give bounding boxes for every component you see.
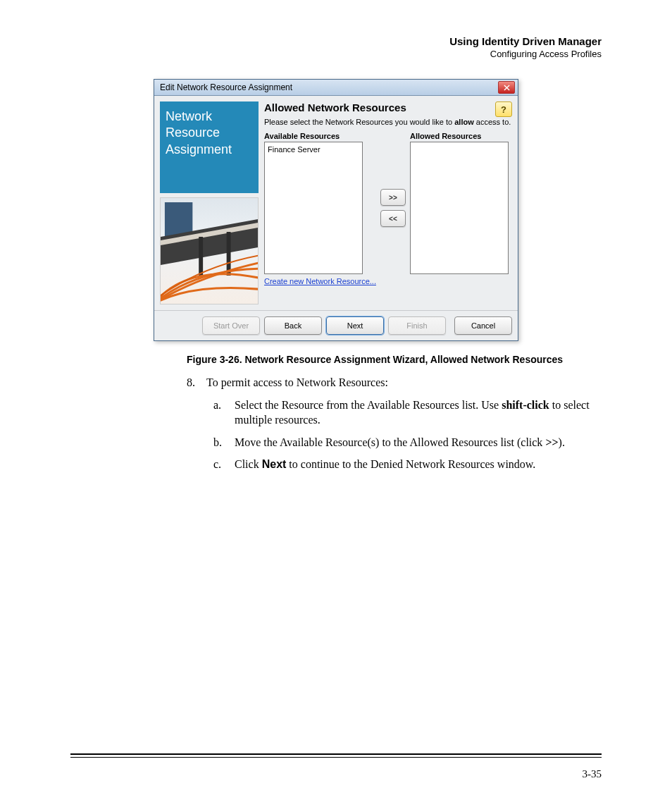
- available-resources-label: Available Resources: [264, 132, 376, 140]
- move-left-button[interactable]: <<: [380, 210, 406, 227]
- next-button[interactable]: Next: [326, 316, 384, 335]
- help-button[interactable]: ?: [495, 101, 512, 117]
- substep-text: Click Next to continue to the Denied Net…: [235, 457, 535, 472]
- header-title: Using Identity Driven Manager: [70, 35, 602, 47]
- dialog-footer: Start Over Back Next Finish Cancel: [154, 310, 518, 340]
- list-item[interactable]: Finance Server: [268, 145, 359, 154]
- header-subtitle: Configuring Access Profiles: [70, 49, 602, 59]
- close-icon: [504, 85, 510, 91]
- substep-text: Select the Resource from the Available R…: [235, 398, 602, 428]
- step-text: To permit access to Network Resources:: [206, 375, 388, 390]
- substep-letter: c.: [213, 457, 235, 472]
- step-list: 8. To permit access to Network Resources…: [70, 375, 602, 472]
- allowed-resources-list[interactable]: [410, 142, 509, 274]
- create-resource-link[interactable]: Create new Network Resource...: [264, 277, 376, 285]
- footer-rule: [70, 753, 602, 758]
- page-number: 3-35: [583, 768, 602, 780]
- help-icon: ?: [501, 104, 506, 115]
- dialog-titlebar: Edit Network Resource Assignment: [154, 80, 518, 96]
- dialog-window: Edit Network Resource Assignment Network…: [154, 79, 518, 341]
- wizard-side-title: Network Resource Assignment: [160, 101, 259, 193]
- svg-rect-5: [227, 232, 231, 276]
- substep-letter: a.: [213, 398, 235, 428]
- dialog-instruction: Please select the Network Resources you …: [264, 118, 512, 126]
- start-over-button[interactable]: Start Over: [202, 316, 260, 335]
- finish-button[interactable]: Finish: [388, 316, 446, 335]
- substep-letter: b.: [213, 435, 235, 450]
- svg-rect-4: [199, 237, 203, 276]
- page-header: Using Identity Driven Manager Configurin…: [70, 35, 602, 59]
- step-number: 8.: [187, 375, 206, 390]
- back-button[interactable]: Back: [264, 316, 322, 335]
- close-button[interactable]: [498, 81, 515, 94]
- cancel-button[interactable]: Cancel: [454, 316, 512, 335]
- move-right-button[interactable]: >>: [380, 189, 406, 206]
- dialog-title: Edit Network Resource Assignment: [160, 82, 498, 92]
- figure-caption: Figure 3-26. Network Resource Assignment…: [70, 354, 602, 365]
- available-resources-list[interactable]: Finance Server: [264, 142, 363, 274]
- dialog-heading: Allowed Network Resources: [264, 101, 406, 113]
- instruction-pre: Please select the Network Resources you …: [264, 118, 454, 126]
- wizard-side-image: [160, 197, 259, 304]
- substep-text: Move the Available Resource(s) to the Al…: [235, 435, 565, 450]
- instruction-post: access to.: [474, 118, 511, 126]
- allowed-resources-label: Allowed Resources: [410, 132, 509, 140]
- instruction-bold: allow: [454, 118, 474, 126]
